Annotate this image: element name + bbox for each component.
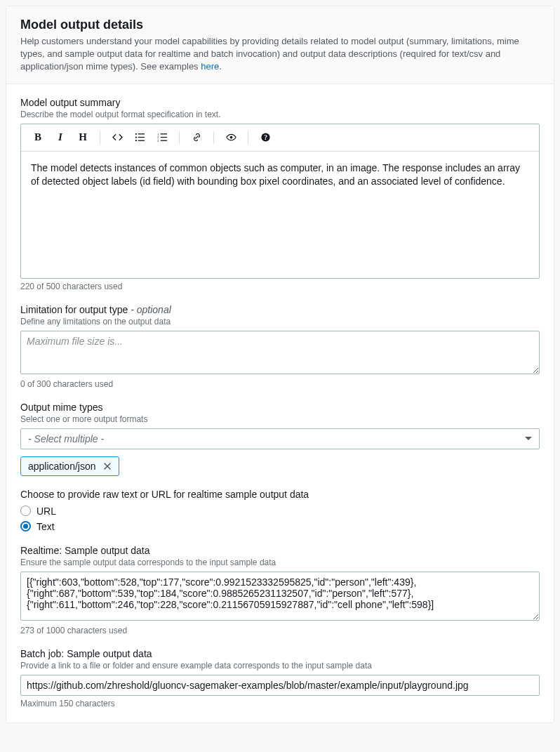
batch-input[interactable] xyxy=(20,675,540,696)
model-output-details-panel: Model output details Help customers unde… xyxy=(6,6,554,723)
mime-token-remove[interactable] xyxy=(102,461,113,472)
panel-title: Model output details xyxy=(20,18,540,32)
svg-rect-7 xyxy=(160,133,166,134)
batch-hint: Provide a link to a file or folder and e… xyxy=(20,661,540,671)
radio-url[interactable]: URL xyxy=(20,506,540,517)
close-icon xyxy=(103,462,112,470)
radio-text-label: Text xyxy=(36,521,55,532)
mime-hint: Select one or more output formats xyxy=(20,414,540,424)
numbered-list-button[interactable]: 123 xyxy=(152,128,172,147)
chevron-down-icon xyxy=(525,437,532,440)
desc-suffix: . xyxy=(219,61,222,72)
mime-label: Output mime types xyxy=(20,402,540,413)
svg-rect-5 xyxy=(138,140,144,141)
toolbar-separator xyxy=(248,131,248,144)
svg-text:?: ? xyxy=(264,134,267,141)
svg-text:3: 3 xyxy=(157,139,159,143)
limitation-textarea[interactable] xyxy=(20,331,540,374)
field-realtime-sample: Realtime: Sample output data Ensure the … xyxy=(20,545,540,635)
svg-point-0 xyxy=(135,133,136,135)
mime-select[interactable]: - Select multiple - xyxy=(20,428,540,449)
examples-link[interactable]: here xyxy=(201,61,219,72)
eye-icon xyxy=(226,132,236,143)
svg-rect-9 xyxy=(160,137,166,138)
svg-point-2 xyxy=(135,136,136,138)
help-button[interactable]: ? xyxy=(255,128,275,147)
field-limitation: Limitation for output type - optional De… xyxy=(20,304,540,389)
mime-placeholder: - Select multiple - xyxy=(28,433,104,444)
radio-text-button[interactable] xyxy=(20,521,31,532)
field-batch-sample: Batch job: Sample output data Provide a … xyxy=(20,648,540,708)
limitation-char-count: 0 of 300 characters used xyxy=(20,379,540,389)
preview-button[interactable] xyxy=(221,128,241,147)
field-sample-choice: Choose to provide raw text or URL for re… xyxy=(20,489,540,532)
description-text: Help customers understand your model cap… xyxy=(20,36,519,72)
svg-point-4 xyxy=(135,140,136,141)
sample-radio-group: URL Text xyxy=(20,506,540,532)
summary-label: Model output summary xyxy=(20,97,540,108)
svg-rect-11 xyxy=(160,140,166,141)
mime-token: application/json xyxy=(20,456,119,476)
batch-char-count: Maximum 150 characters xyxy=(20,699,540,708)
svg-rect-1 xyxy=(138,133,144,134)
batch-label: Batch job: Sample output data xyxy=(20,648,540,659)
field-mime-types: Output mime types Select one or more out… xyxy=(20,402,540,476)
panel-description: Help customers understand your model cap… xyxy=(20,35,540,74)
realtime-label: Realtime: Sample output data xyxy=(20,545,540,556)
toolbar-separator xyxy=(213,131,214,144)
realtime-textarea[interactable] xyxy=(20,572,540,621)
code-icon xyxy=(112,132,123,143)
mime-token-label: application/json xyxy=(28,461,96,472)
code-button[interactable] xyxy=(107,128,127,147)
sample-choice-label: Choose to provide raw text or URL for re… xyxy=(20,489,540,500)
link-icon xyxy=(192,132,202,143)
bold-button[interactable]: B xyxy=(28,128,48,147)
radio-url-label: URL xyxy=(36,506,56,517)
summary-textarea[interactable]: The model detects instances of common ob… xyxy=(21,152,539,278)
link-button[interactable] xyxy=(187,128,206,147)
radio-text[interactable]: Text xyxy=(20,521,540,532)
svg-point-12 xyxy=(229,136,232,139)
numbered-list-icon: 123 xyxy=(157,132,168,143)
heading-button[interactable]: H xyxy=(73,128,93,147)
svg-rect-3 xyxy=(138,137,144,138)
toolbar-separator xyxy=(179,131,180,144)
italic-button[interactable]: I xyxy=(51,128,70,147)
limitation-label: Limitation for output type - optional xyxy=(20,304,540,315)
help-icon: ? xyxy=(260,132,271,143)
radio-url-button[interactable] xyxy=(20,506,31,516)
bullet-list-button[interactable] xyxy=(130,128,149,147)
field-output-summary: Model output summary Describe the model … xyxy=(20,97,540,291)
panel-content: Model output summary Describe the model … xyxy=(6,84,554,723)
rich-text-editor: B I H 123 xyxy=(20,124,540,279)
editor-toolbar: B I H 123 xyxy=(21,124,539,152)
summary-hint: Describe the model output format specifi… xyxy=(20,110,540,119)
toolbar-separator xyxy=(100,131,100,144)
limitation-hint: Define any limitations on the output dat… xyxy=(20,317,540,326)
panel-header: Model output details Help customers unde… xyxy=(6,6,554,84)
summary-char-count: 220 of 500 characters used xyxy=(20,282,540,291)
realtime-hint: Ensure the sample output data correspond… xyxy=(20,558,540,567)
bullet-list-icon xyxy=(135,132,145,143)
realtime-char-count: 273 of 1000 characters used xyxy=(20,626,540,635)
